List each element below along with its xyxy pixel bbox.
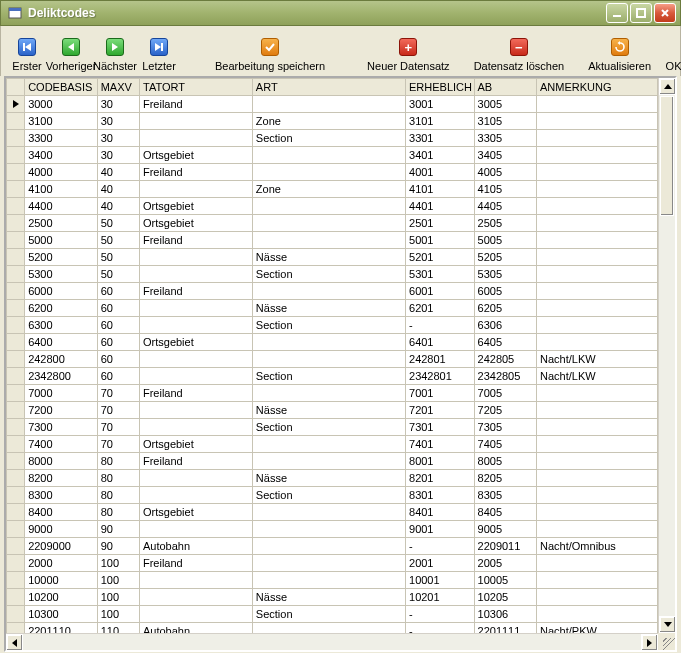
- cell-ab[interactable]: 2342805: [474, 368, 536, 385]
- cell-ab[interactable]: 3305: [474, 130, 536, 147]
- cell-art[interactable]: [252, 283, 405, 300]
- cell-erheblich[interactable]: 4001: [406, 164, 475, 181]
- cell-anmerkung[interactable]: Nacht/PKW: [537, 623, 658, 634]
- cell-erheblich[interactable]: -: [406, 538, 475, 555]
- table-row[interactable]: 2201110110Autobahn-2201111Nacht/PKW: [7, 623, 658, 634]
- cell-erheblich[interactable]: 4101: [406, 181, 475, 198]
- col-header-ab[interactable]: AB: [474, 79, 536, 96]
- cell-art[interactable]: Nässe: [252, 470, 405, 487]
- cell-codebasis[interactable]: 7000: [25, 385, 98, 402]
- cell-erheblich[interactable]: 7401: [406, 436, 475, 453]
- cell-tatort[interactable]: [139, 572, 252, 589]
- cell-maxv[interactable]: 100: [97, 555, 139, 572]
- cell-tatort[interactable]: [139, 113, 252, 130]
- cell-erheblich[interactable]: 8001: [406, 453, 475, 470]
- cell-anmerkung[interactable]: [537, 521, 658, 538]
- cell-codebasis[interactable]: 4400: [25, 198, 98, 215]
- cell-maxv[interactable]: 50: [97, 249, 139, 266]
- cell-codebasis[interactable]: 7300: [25, 419, 98, 436]
- cell-erheblich[interactable]: 7201: [406, 402, 475, 419]
- cell-art[interactable]: [252, 164, 405, 181]
- cell-tatort[interactable]: Freiland: [139, 555, 252, 572]
- cell-maxv[interactable]: 70: [97, 436, 139, 453]
- cell-ab[interactable]: 10205: [474, 589, 536, 606]
- cell-ab[interactable]: 4405: [474, 198, 536, 215]
- cell-ab[interactable]: 8005: [474, 453, 536, 470]
- cell-erheblich[interactable]: 5301: [406, 266, 475, 283]
- cell-art[interactable]: [252, 232, 405, 249]
- cell-codebasis[interactable]: 2000: [25, 555, 98, 572]
- cell-tatort[interactable]: [139, 589, 252, 606]
- cell-anmerkung[interactable]: [537, 130, 658, 147]
- cell-anmerkung[interactable]: [537, 606, 658, 623]
- cell-ab[interactable]: 6205: [474, 300, 536, 317]
- cell-anmerkung[interactable]: [537, 147, 658, 164]
- cell-codebasis[interactable]: 7400: [25, 436, 98, 453]
- col-header-codebasis[interactable]: CODEBASIS: [25, 79, 98, 96]
- cell-art[interactable]: [252, 504, 405, 521]
- cell-erheblich[interactable]: -: [406, 317, 475, 334]
- cell-ab[interactable]: 7005: [474, 385, 536, 402]
- cell-art[interactable]: [252, 623, 405, 634]
- table-row[interactable]: 310030Zone31013105: [7, 113, 658, 130]
- cell-erheblich[interactable]: 8301: [406, 487, 475, 504]
- row-selector[interactable]: [7, 572, 25, 589]
- cell-tatort[interactable]: [139, 368, 252, 385]
- cell-tatort[interactable]: [139, 606, 252, 623]
- cell-anmerkung[interactable]: Nacht/LKW: [537, 351, 658, 368]
- cell-ab[interactable]: 9005: [474, 521, 536, 538]
- cell-ab[interactable]: 3005: [474, 96, 536, 113]
- cell-ab[interactable]: 242805: [474, 351, 536, 368]
- cell-art[interactable]: [252, 334, 405, 351]
- cell-tatort[interactable]: [139, 266, 252, 283]
- cell-art[interactable]: [252, 385, 405, 402]
- table-row[interactable]: 220900090Autobahn-2209011Nacht/Omnibus: [7, 538, 658, 555]
- cell-tatort[interactable]: [139, 317, 252, 334]
- cell-maxv[interactable]: 100: [97, 589, 139, 606]
- cell-art[interactable]: Section: [252, 368, 405, 385]
- new-record-button[interactable]: + Neuer Datensatz: [359, 32, 458, 72]
- scroll-thumb[interactable]: [660, 96, 674, 216]
- col-header-tatort[interactable]: TATORT: [139, 79, 252, 96]
- table-row[interactable]: 90009090019005: [7, 521, 658, 538]
- cell-tatort[interactable]: [139, 470, 252, 487]
- row-selector[interactable]: [7, 351, 25, 368]
- delete-record-button[interactable]: − Datensatz löschen: [466, 32, 573, 72]
- cell-codebasis[interactable]: 242800: [25, 351, 98, 368]
- cell-codebasis[interactable]: 10000: [25, 572, 98, 589]
- cell-codebasis[interactable]: 8200: [25, 470, 98, 487]
- minimize-button[interactable]: [606, 3, 628, 23]
- cell-maxv[interactable]: 80: [97, 470, 139, 487]
- row-selector[interactable]: [7, 521, 25, 538]
- col-header-art[interactable]: ART: [252, 79, 405, 96]
- cell-maxv[interactable]: 60: [97, 300, 139, 317]
- row-selector[interactable]: [7, 402, 25, 419]
- cell-maxv[interactable]: 30: [97, 147, 139, 164]
- table-row[interactable]: 10300100Section-10306: [7, 606, 658, 623]
- table-row[interactable]: 840080Ortsgebiet84018405: [7, 504, 658, 521]
- cell-maxv[interactable]: 60: [97, 283, 139, 300]
- cell-ab[interactable]: 8305: [474, 487, 536, 504]
- cell-ab[interactable]: 6005: [474, 283, 536, 300]
- cell-codebasis[interactable]: 3000: [25, 96, 98, 113]
- cell-tatort[interactable]: [139, 521, 252, 538]
- cell-maxv[interactable]: 70: [97, 419, 139, 436]
- cell-anmerkung[interactable]: [537, 232, 658, 249]
- cell-ab[interactable]: 7405: [474, 436, 536, 453]
- row-selector[interactable]: [7, 555, 25, 572]
- row-selector[interactable]: [7, 113, 25, 130]
- row-selector[interactable]: [7, 436, 25, 453]
- cell-erheblich[interactable]: 6001: [406, 283, 475, 300]
- cell-tatort[interactable]: Ortsgebiet: [139, 215, 252, 232]
- cell-erheblich[interactable]: 5001: [406, 232, 475, 249]
- cell-ab[interactable]: 5305: [474, 266, 536, 283]
- row-selector[interactable]: [7, 368, 25, 385]
- cell-ab[interactable]: 6405: [474, 334, 536, 351]
- table-row[interactable]: 500050Freiland50015005: [7, 232, 658, 249]
- cell-erheblich[interactable]: 2001: [406, 555, 475, 572]
- cell-codebasis[interactable]: 6400: [25, 334, 98, 351]
- cell-erheblich[interactable]: 3101: [406, 113, 475, 130]
- next-record-button[interactable]: Nächster: [93, 32, 137, 72]
- row-selector[interactable]: [7, 164, 25, 181]
- cell-art[interactable]: [252, 351, 405, 368]
